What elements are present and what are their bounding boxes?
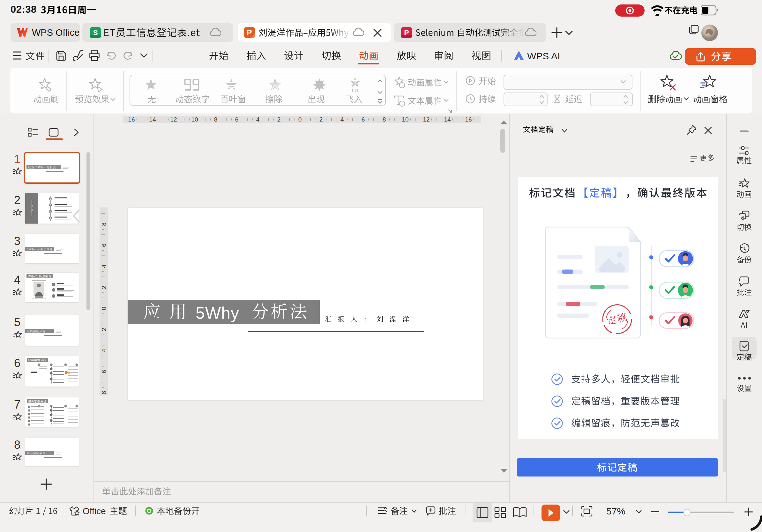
svg-text:3: 3 — [50, 211, 51, 213]
svg-text:16: 16 — [465, 116, 472, 123]
svg-text:2: 2 — [277, 116, 281, 123]
svg-text:6: 6 — [235, 116, 239, 123]
svg-text:4: 4 — [101, 264, 107, 268]
svg-text:4: 4 — [341, 116, 344, 123]
svg-text:2: 2 — [101, 328, 107, 331]
svg-text:4: 4 — [256, 116, 260, 123]
svg-text:2: 2 — [50, 204, 51, 206]
svg-text:6: 6 — [101, 370, 107, 373]
svg-text:P: P — [247, 28, 252, 37]
svg-text:10: 10 — [191, 116, 198, 123]
svg-text:16: 16 — [128, 116, 135, 123]
svg-text:6: 6 — [101, 244, 107, 247]
svg-text:12: 12 — [170, 116, 177, 123]
svg-text:14: 14 — [149, 116, 156, 123]
svg-text:4: 4 — [50, 217, 51, 219]
svg-text:14: 14 — [444, 116, 451, 123]
svg-text:S: S — [93, 29, 98, 37]
svg-text:0: 0 — [101, 307, 107, 310]
svg-text:4: 4 — [101, 349, 107, 352]
svg-text:8: 8 — [383, 116, 386, 123]
svg-text:P: P — [404, 29, 409, 37]
svg-text:0: 0 — [298, 116, 302, 123]
svg-text:8: 8 — [101, 223, 107, 226]
svg-text:2: 2 — [101, 286, 107, 289]
svg-text:2: 2 — [319, 116, 323, 123]
svg-text:8: 8 — [101, 391, 107, 395]
svg-text:12: 12 — [423, 116, 429, 123]
svg-text:1: 1 — [50, 198, 51, 200]
svg-text:8: 8 — [214, 116, 218, 123]
svg-text:10: 10 — [402, 116, 409, 123]
svg-text:6: 6 — [361, 116, 365, 123]
